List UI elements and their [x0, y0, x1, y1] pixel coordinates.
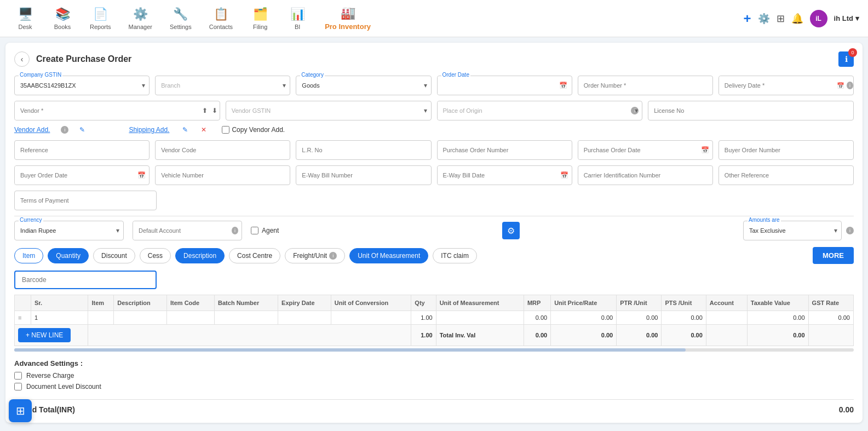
nav-pro-inventory[interactable]: 🏭 Pro Inventory	[318, 2, 377, 35]
reference-input[interactable]	[14, 140, 150, 160]
default-account-input[interactable]	[133, 221, 228, 240]
back-button[interactable]: ‹	[14, 51, 30, 67]
vendor-code-input[interactable]	[155, 140, 290, 160]
eway-bill-number-input[interactable]	[296, 165, 431, 185]
tag-cess[interactable]: Cess	[140, 248, 171, 263]
unit-of-conversion-cell[interactable]	[331, 311, 411, 325]
pts-unit-cell[interactable]: 0.00	[662, 311, 706, 325]
tag-cost-centre[interactable]: Cost Centre	[229, 248, 280, 263]
barcode-input[interactable]	[14, 271, 157, 289]
nav-books[interactable]: 📚 Books	[46, 3, 79, 35]
calendar-icon-2[interactable]: 📅	[835, 82, 847, 89]
nav-right: + ⚙️ ⊞ 🔔 iL ih Ltd ▾	[744, 10, 859, 27]
filing-icon: 🗂️	[253, 7, 268, 21]
buyer-order-date-calendar-icon[interactable]: 📅	[134, 171, 149, 179]
nav-settings[interactable]: 🔧 Settings	[163, 3, 198, 35]
column-settings-button[interactable]: ⚙	[502, 222, 520, 239]
nav-bi[interactable]: 📊 BI	[281, 3, 314, 35]
bottom-nav-button[interactable]: ⊞	[9, 399, 32, 422]
avatar[interactable]: iL	[810, 10, 827, 27]
batch-number-cell[interactable]	[215, 311, 278, 325]
tag-description[interactable]: Description	[175, 248, 225, 263]
branch-select[interactable]: Branch	[155, 76, 290, 95]
amounts-are-select[interactable]: Tax Exclusive	[743, 221, 842, 240]
calendar-icon[interactable]: 📅	[555, 82, 572, 89]
vehicle-number-input[interactable]	[155, 165, 290, 185]
taxable-value-cell[interactable]: 0.00	[747, 311, 808, 325]
shipping-add-link[interactable]: Shipping Add.	[129, 126, 169, 134]
scroll-bar[interactable]	[14, 348, 854, 352]
copy-vendor-add-checkbox[interactable]	[222, 126, 229, 134]
info-button[interactable]: ℹ 0	[838, 51, 854, 67]
purchase-order-number-input[interactable]	[437, 140, 572, 160]
category-select[interactable]: Goods	[296, 76, 431, 95]
unit-price-rate-cell[interactable]: 0.00	[551, 311, 617, 325]
vendor-up-icon[interactable]: ⬆	[200, 107, 210, 114]
grid-button[interactable]: ⊞	[777, 13, 785, 25]
item-cell[interactable]	[88, 311, 114, 325]
nav-manager[interactable]: ⚙️ Manager	[122, 3, 159, 35]
tag-item[interactable]: Item	[14, 248, 43, 263]
buyer-order-number-input[interactable]	[718, 140, 854, 160]
uom-cell[interactable]	[436, 311, 524, 325]
nav-contacts[interactable]: 📋 Contacts	[203, 3, 239, 35]
account-cell[interactable]	[706, 311, 747, 325]
document-level-discount-checkbox[interactable]	[14, 383, 22, 390]
vendor-down-icon[interactable]: ⬇	[210, 107, 220, 114]
ptr-unit-cell[interactable]: 0.00	[617, 311, 662, 325]
eway-bill-date-calendar-icon[interactable]: 📅	[557, 171, 572, 179]
currency-select[interactable]: Indian Rupee	[14, 221, 124, 240]
tag-freight-unit[interactable]: Freight/Unit i	[285, 248, 345, 263]
reverse-charge-checkbox[interactable]	[14, 372, 22, 380]
nav-filing[interactable]: 🗂️ Filing	[244, 3, 277, 35]
delivery-date-input[interactable]	[719, 76, 835, 95]
more-button[interactable]: MORE	[813, 247, 854, 264]
qty-cell[interactable]: 1.00	[411, 311, 436, 325]
purchase-order-date-input[interactable]	[578, 141, 698, 159]
desk-icon: 🖥️	[18, 7, 33, 21]
page-header: ‹ Create Purchase Order ℹ 0	[14, 51, 854, 67]
vendor-add-link[interactable]: Vendor Add.	[14, 126, 50, 134]
reports-icon: 📄	[93, 7, 108, 21]
carrier-id-input[interactable]	[578, 165, 713, 185]
settings-gear-button[interactable]: ⚙️	[758, 13, 770, 25]
drag-handle-cell[interactable]: ≡	[15, 311, 31, 325]
nav-desk[interactable]: 🖥️ Desk	[9, 3, 42, 35]
nav-reports-label: Reports	[90, 24, 111, 30]
nav-reports[interactable]: 📄 Reports	[83, 3, 118, 35]
divider-1	[14, 216, 854, 216]
agent-checkbox[interactable]	[251, 227, 258, 234]
other-reference-input[interactable]	[718, 165, 854, 185]
shipping-add-delete-icon[interactable]: ✕	[201, 126, 206, 134]
vendor-input[interactable]	[15, 101, 200, 120]
new-line-button[interactable]: + NEW LINE	[18, 328, 71, 342]
bell-button[interactable]: 🔔	[791, 13, 803, 25]
gst-rate-cell[interactable]: 0.00	[808, 311, 853, 325]
drag-handle-icon[interactable]: ≡	[18, 314, 21, 321]
expiry-date-cell[interactable]	[278, 311, 331, 325]
vendor-gstin-select[interactable]: Vendor GSTIN	[226, 101, 432, 120]
shipping-add-edit-icon[interactable]: ✎	[182, 126, 188, 134]
mrp-cell[interactable]: 0.00	[524, 311, 550, 325]
tag-unit-of-measurement[interactable]: Unit Of Measurement	[349, 248, 428, 263]
description-cell[interactable]	[114, 311, 167, 325]
tag-discount[interactable]: Discount	[93, 248, 135, 263]
place-of-origin-select[interactable]: Place of Origin	[438, 101, 628, 120]
order-date-input[interactable]: 18/10/2021	[438, 76, 555, 95]
tag-quantity[interactable]: Quantity	[48, 248, 89, 263]
nav-pro-inventory-label: Pro Inventory	[325, 22, 371, 31]
avatar-text: iL	[815, 15, 821, 22]
tag-itc-claim[interactable]: ITC claim	[433, 248, 477, 263]
company-gstin-select[interactable]: 35AABCS1429B1ZX	[14, 76, 150, 95]
order-number-input[interactable]	[578, 76, 713, 95]
purchase-order-date-calendar-icon[interactable]: 📅	[698, 146, 712, 154]
buyer-order-date-input[interactable]	[15, 166, 134, 185]
eway-bill-date-input[interactable]	[438, 166, 557, 185]
item-code-cell[interactable]	[166, 311, 214, 325]
license-no-input[interactable]	[648, 101, 854, 120]
add-button[interactable]: +	[744, 11, 751, 26]
top-navigation: 🖥️ Desk 📚 Books 📄 Reports ⚙️ Manager 🔧 S…	[0, 0, 868, 37]
lr-no-input[interactable]	[296, 140, 431, 160]
vendor-add-edit-icon[interactable]: ✎	[79, 126, 85, 134]
terms-of-payment-input[interactable]	[14, 191, 157, 210]
